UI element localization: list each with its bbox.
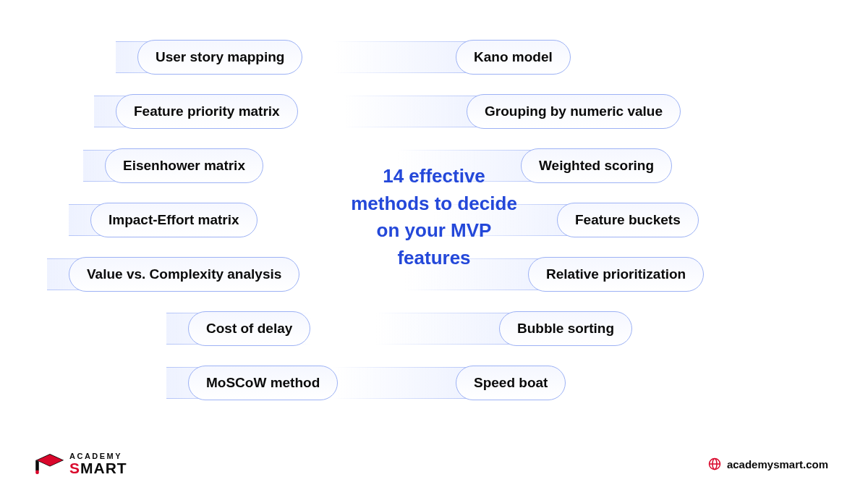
method-pill: User story mapping [137, 40, 302, 75]
globe-icon [708, 457, 721, 470]
method-pill: Kano model [456, 40, 571, 75]
brand-logo: ACADEMY SMART [35, 452, 127, 476]
logo-text: ACADEMY SMART [69, 452, 127, 476]
website-text: academysmart.com [727, 458, 828, 470]
method-pill: Value vs. Complexity analysis [69, 257, 299, 292]
methods-diagram: 14 effective methods to decide on your M… [0, 0, 868, 434]
method-pill: Grouping by numeric value [467, 94, 681, 129]
method-pill: Feature priority matrix [116, 94, 298, 129]
footer: ACADEMY SMART academysmart.com [0, 446, 868, 482]
method-pill: Bubble sorting [499, 311, 632, 346]
method-pill: Weighted scoring [521, 148, 672, 183]
website-link: academysmart.com [708, 457, 828, 470]
method-pill: Cost of delay [188, 311, 310, 346]
method-pill: Speed boat [456, 366, 566, 400]
logo-line2: SMART [69, 460, 127, 476]
method-pill: Feature buckets [557, 203, 699, 237]
method-pill: MoSCoW method [188, 366, 338, 400]
method-pill: Impact-Effort matrix [90, 203, 258, 237]
graduation-cap-icon [35, 452, 65, 476]
method-pill: Eisenhower matrix [105, 148, 263, 183]
diagram-title: 14 effective methods to decide on your M… [347, 163, 521, 272]
method-pill: Relative prioritization [528, 257, 704, 292]
